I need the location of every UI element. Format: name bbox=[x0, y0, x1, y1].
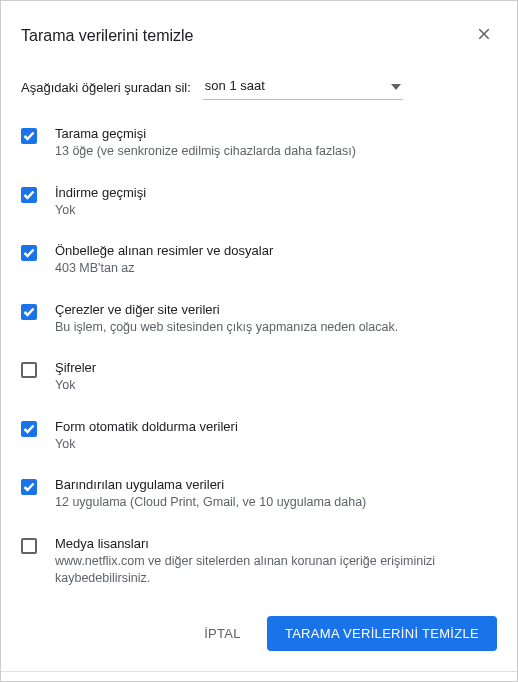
option-checkbox[interactable] bbox=[21, 128, 37, 144]
option-checkbox[interactable] bbox=[21, 304, 37, 320]
chevron-down-icon bbox=[391, 78, 401, 93]
option-text: İndirme geçmişiYok bbox=[55, 185, 497, 220]
option-title: Çerezler ve diğer site verileri bbox=[55, 302, 497, 317]
option-title: Tarama geçmişi bbox=[55, 126, 497, 141]
option-text: Medya lisanslarıwww.netflix.com ve diğer… bbox=[55, 536, 497, 588]
option-desc: Yok bbox=[55, 377, 497, 395]
option-checkbox[interactable] bbox=[21, 245, 37, 261]
dialog-footer: Bu işlem senkronize edilen verileri tüm … bbox=[1, 671, 517, 683]
dialog-header: Tarama verilerini temizle bbox=[1, 1, 517, 66]
option-text: ŞifrelerYok bbox=[55, 360, 497, 395]
option-desc: Yok bbox=[55, 202, 497, 220]
clear-browsing-data-dialog: Tarama verilerini temizle Aşağıdaki öğel… bbox=[0, 0, 518, 682]
option-checkbox[interactable] bbox=[21, 362, 37, 378]
option-title: Önbelleğe alınan resimler ve dosyalar bbox=[55, 243, 497, 258]
time-range-value: son 1 saat bbox=[205, 78, 265, 93]
option-row: Form otomatik doldurma verileriYok bbox=[21, 409, 497, 468]
option-title: Form otomatik doldurma verileri bbox=[55, 419, 497, 434]
option-checkbox[interactable] bbox=[21, 538, 37, 554]
option-title: Medya lisansları bbox=[55, 536, 497, 551]
option-row: Medya lisanslarıwww.netflix.com ve diğer… bbox=[21, 526, 497, 602]
option-row: Önbelleğe alınan resimler ve dosyalar403… bbox=[21, 233, 497, 292]
option-title: İndirme geçmişi bbox=[55, 185, 497, 200]
option-checkbox[interactable] bbox=[21, 187, 37, 203]
option-text: Önbelleğe alınan resimler ve dosyalar403… bbox=[55, 243, 497, 278]
cancel-button[interactable]: İPTAL bbox=[186, 616, 259, 651]
option-row: Çerezler ve diğer site verileriBu işlem,… bbox=[21, 292, 497, 351]
option-desc: 13 öğe (ve senkronize edilmiş cihazlarda… bbox=[55, 143, 497, 161]
option-text: Barındırılan uygulama verileri12 uygulam… bbox=[55, 477, 497, 512]
option-desc: Bu işlem, çoğu web sitesinden çıkış yapm… bbox=[55, 319, 497, 337]
option-checkbox[interactable] bbox=[21, 479, 37, 495]
option-desc: 12 uygulama (Cloud Print, Gmail, ve 10 u… bbox=[55, 494, 497, 512]
option-desc: 403 MB'tan az bbox=[55, 260, 497, 278]
option-text: Çerezler ve diğer site verileriBu işlem,… bbox=[55, 302, 497, 337]
option-row: Tarama geçmişi13 öğe (ve senkronize edil… bbox=[21, 116, 497, 175]
option-checkbox[interactable] bbox=[21, 421, 37, 437]
close-button[interactable] bbox=[471, 21, 497, 50]
option-row: ŞifrelerYok bbox=[21, 350, 497, 409]
close-icon bbox=[475, 25, 493, 46]
option-row: Barındırılan uygulama verileri12 uygulam… bbox=[21, 467, 497, 526]
clear-data-button[interactable]: TARAMA VERİLERİNİ TEMİZLE bbox=[267, 616, 497, 651]
option-row: İndirme geçmişiYok bbox=[21, 175, 497, 234]
option-text: Tarama geçmişi13 öğe (ve senkronize edil… bbox=[55, 126, 497, 161]
option-desc: Yok bbox=[55, 436, 497, 454]
option-title: Barındırılan uygulama verileri bbox=[55, 477, 497, 492]
options-list: Tarama geçmişi13 öğe (ve senkronize edil… bbox=[1, 116, 517, 602]
dialog-title: Tarama verilerini temizle bbox=[21, 27, 194, 45]
time-range-row: Aşağıdaki öğeleri şuradan sil: son 1 saa… bbox=[1, 66, 517, 116]
option-title: Şifreler bbox=[55, 360, 497, 375]
dialog-actions: İPTAL TARAMA VERİLERİNİ TEMİZLE bbox=[1, 602, 517, 671]
option-desc: www.netflix.com ve diğer sitelerden alın… bbox=[55, 553, 497, 588]
time-range-select[interactable]: son 1 saat bbox=[203, 74, 403, 100]
option-text: Form otomatik doldurma verileriYok bbox=[55, 419, 497, 454]
time-range-label: Aşağıdaki öğeleri şuradan sil: bbox=[21, 80, 191, 95]
